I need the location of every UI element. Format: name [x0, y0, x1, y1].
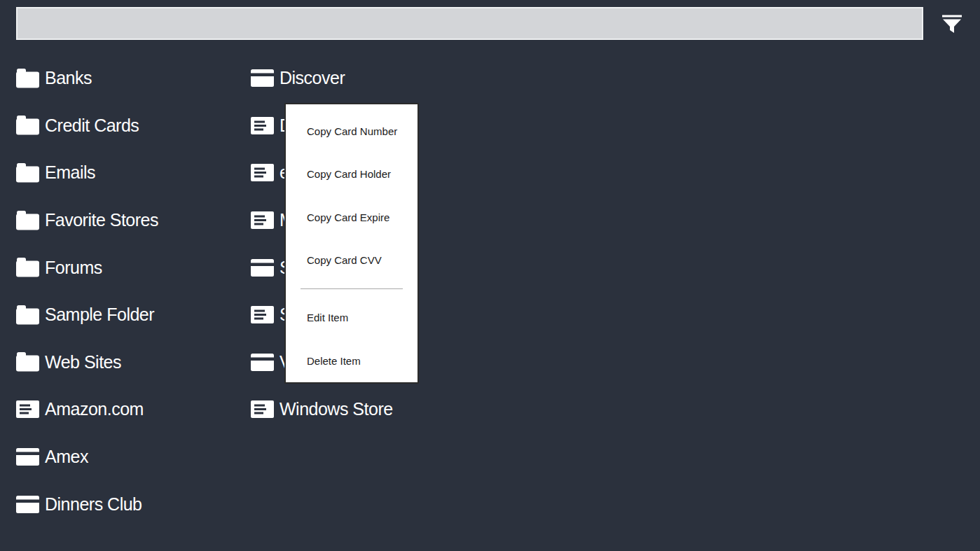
list-item[interactable]: Emails	[16, 149, 251, 197]
search-input[interactable]	[16, 7, 923, 40]
credit-card-icon	[251, 69, 274, 87]
list-item[interactable]: Web Sites	[16, 339, 251, 386]
list-item-label: Amazon.com	[45, 399, 144, 419]
card-item-icon	[251, 306, 274, 323]
list-item-label: Banks	[45, 68, 92, 88]
menu-item[interactable]: Edit Item	[286, 296, 417, 339]
filter-funnel-icon	[941, 14, 962, 34]
folder-icon	[16, 116, 39, 135]
list-item[interactable]: Discover	[251, 55, 685, 102]
credit-card-icon	[251, 354, 274, 371]
card-item-icon	[16, 400, 39, 418]
folder-icon	[16, 352, 39, 372]
list-item[interactable]: Amex	[16, 433, 251, 481]
card-item-icon	[251, 400, 274, 418]
filter-button[interactable]	[936, 10, 968, 38]
list-item-label: Web Sites	[45, 352, 121, 372]
list-item[interactable]: Amazon.com	[16, 386, 251, 433]
list-item[interactable]: Banks	[16, 55, 251, 102]
list-item-label: Credit Cards	[45, 116, 139, 136]
menu-item[interactable]: Copy Card CVV	[286, 239, 417, 281]
list-item-label: Favorite Stores	[45, 210, 158, 230]
menu-item[interactable]: Copy Card Holder	[286, 153, 417, 195]
folder-icon	[16, 163, 39, 183]
list-item[interactable]: Dinners Club	[16, 480, 251, 528]
list-item-label: Discover	[279, 68, 345, 88]
list-item-label: Sample Folder	[45, 305, 154, 325]
app-window: Banks Credit Cards Emails Favorite Store…	[0, 0, 980, 551]
menu-item[interactable]: Delete Item	[286, 339, 417, 382]
list-item-label: Amex	[45, 447, 88, 467]
list-item[interactable]: Forums	[16, 244, 251, 291]
menu-item[interactable]: Copy Card Number	[286, 110, 417, 153]
list-item-label: Forums	[45, 258, 102, 278]
card-item-icon	[251, 211, 274, 229]
list-item[interactable]: Favorite Stores	[16, 197, 251, 244]
credit-card-icon	[16, 448, 39, 466]
card-item-icon	[251, 164, 274, 181]
menu-separator	[301, 288, 403, 289]
folder-icon	[16, 69, 39, 88]
list-item[interactable]: Sample Folder	[16, 291, 251, 339]
list-item-label: Windows Store	[279, 399, 393, 419]
item-list-column-left: Banks Credit Cards Emails Favorite Store…	[16, 55, 251, 528]
list-item-label: Emails	[45, 162, 95, 183]
list-item[interactable]: Windows Store	[251, 386, 685, 433]
list-item-label: Dinners Club	[45, 494, 142, 515]
credit-card-icon	[251, 259, 274, 277]
folder-icon	[16, 258, 39, 277]
folder-icon	[16, 211, 39, 230]
list-item[interactable]: Credit Cards	[16, 102, 251, 150]
menu-item[interactable]: Copy Card Expire	[286, 196, 417, 239]
context-menu: Copy Card NumberCopy Card HolderCopy Car…	[284, 103, 419, 384]
credit-card-icon	[16, 496, 39, 513]
folder-icon	[16, 305, 39, 325]
card-item-icon	[251, 117, 274, 134]
